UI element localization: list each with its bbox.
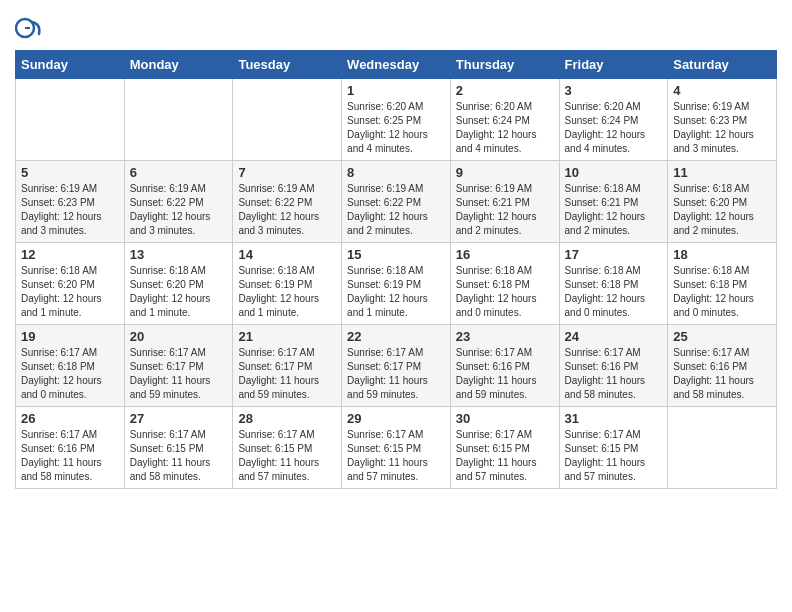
logo-icon <box>15 14 43 42</box>
day-number: 3 <box>565 83 663 98</box>
calendar-week-row: 19Sunrise: 6:17 AMSunset: 6:18 PMDayligh… <box>16 325 777 407</box>
calendar-cell: 16Sunrise: 6:18 AMSunset: 6:18 PMDayligh… <box>450 243 559 325</box>
day-info: Sunrise: 6:17 AMSunset: 6:15 PMDaylight:… <box>347 428 445 484</box>
day-number: 15 <box>347 247 445 262</box>
calendar-week-row: 26Sunrise: 6:17 AMSunset: 6:16 PMDayligh… <box>16 407 777 489</box>
calendar-cell: 3Sunrise: 6:20 AMSunset: 6:24 PMDaylight… <box>559 79 668 161</box>
calendar-cell: 27Sunrise: 6:17 AMSunset: 6:15 PMDayligh… <box>124 407 233 489</box>
day-info: Sunrise: 6:17 AMSunset: 6:16 PMDaylight:… <box>565 346 663 402</box>
calendar-cell: 17Sunrise: 6:18 AMSunset: 6:18 PMDayligh… <box>559 243 668 325</box>
day-info: Sunrise: 6:18 AMSunset: 6:20 PMDaylight:… <box>673 182 771 238</box>
day-info: Sunrise: 6:18 AMSunset: 6:19 PMDaylight:… <box>347 264 445 320</box>
day-info: Sunrise: 6:17 AMSunset: 6:18 PMDaylight:… <box>21 346 119 402</box>
calendar-table: SundayMondayTuesdayWednesdayThursdayFrid… <box>15 50 777 489</box>
calendar-cell: 30Sunrise: 6:17 AMSunset: 6:15 PMDayligh… <box>450 407 559 489</box>
day-number: 5 <box>21 165 119 180</box>
day-info: Sunrise: 6:20 AMSunset: 6:24 PMDaylight:… <box>456 100 554 156</box>
day-info: Sunrise: 6:17 AMSunset: 6:15 PMDaylight:… <box>456 428 554 484</box>
calendar-cell: 28Sunrise: 6:17 AMSunset: 6:15 PMDayligh… <box>233 407 342 489</box>
calendar-cell <box>124 79 233 161</box>
day-number: 26 <box>21 411 119 426</box>
day-number: 25 <box>673 329 771 344</box>
day-info: Sunrise: 6:20 AMSunset: 6:24 PMDaylight:… <box>565 100 663 156</box>
calendar-cell: 24Sunrise: 6:17 AMSunset: 6:16 PMDayligh… <box>559 325 668 407</box>
day-number: 9 <box>456 165 554 180</box>
weekday-header-thursday: Thursday <box>450 51 559 79</box>
calendar-week-row: 12Sunrise: 6:18 AMSunset: 6:20 PMDayligh… <box>16 243 777 325</box>
day-number: 14 <box>238 247 336 262</box>
day-number: 20 <box>130 329 228 344</box>
day-number: 6 <box>130 165 228 180</box>
header <box>15 10 777 42</box>
calendar-week-row: 1Sunrise: 6:20 AMSunset: 6:25 PMDaylight… <box>16 79 777 161</box>
day-info: Sunrise: 6:17 AMSunset: 6:16 PMDaylight:… <box>456 346 554 402</box>
weekday-header-friday: Friday <box>559 51 668 79</box>
day-info: Sunrise: 6:20 AMSunset: 6:25 PMDaylight:… <box>347 100 445 156</box>
calendar-cell: 5Sunrise: 6:19 AMSunset: 6:23 PMDaylight… <box>16 161 125 243</box>
calendar-cell: 15Sunrise: 6:18 AMSunset: 6:19 PMDayligh… <box>342 243 451 325</box>
day-number: 23 <box>456 329 554 344</box>
calendar-cell: 13Sunrise: 6:18 AMSunset: 6:20 PMDayligh… <box>124 243 233 325</box>
day-number: 4 <box>673 83 771 98</box>
day-info: Sunrise: 6:17 AMSunset: 6:16 PMDaylight:… <box>673 346 771 402</box>
calendar-cell: 23Sunrise: 6:17 AMSunset: 6:16 PMDayligh… <box>450 325 559 407</box>
calendar-cell: 14Sunrise: 6:18 AMSunset: 6:19 PMDayligh… <box>233 243 342 325</box>
day-number: 12 <box>21 247 119 262</box>
day-number: 16 <box>456 247 554 262</box>
day-number: 27 <box>130 411 228 426</box>
day-info: Sunrise: 6:19 AMSunset: 6:23 PMDaylight:… <box>673 100 771 156</box>
weekday-header-sunday: Sunday <box>16 51 125 79</box>
day-number: 24 <box>565 329 663 344</box>
day-info: Sunrise: 6:17 AMSunset: 6:17 PMDaylight:… <box>347 346 445 402</box>
calendar-cell <box>668 407 777 489</box>
day-info: Sunrise: 6:19 AMSunset: 6:22 PMDaylight:… <box>238 182 336 238</box>
day-info: Sunrise: 6:17 AMSunset: 6:16 PMDaylight:… <box>21 428 119 484</box>
day-info: Sunrise: 6:17 AMSunset: 6:15 PMDaylight:… <box>130 428 228 484</box>
page: SundayMondayTuesdayWednesdayThursdayFrid… <box>0 0 792 612</box>
weekday-header-wednesday: Wednesday <box>342 51 451 79</box>
day-info: Sunrise: 6:19 AMSunset: 6:21 PMDaylight:… <box>456 182 554 238</box>
day-number: 30 <box>456 411 554 426</box>
calendar-cell: 26Sunrise: 6:17 AMSunset: 6:16 PMDayligh… <box>16 407 125 489</box>
day-info: Sunrise: 6:18 AMSunset: 6:20 PMDaylight:… <box>21 264 119 320</box>
day-number: 7 <box>238 165 336 180</box>
calendar-cell: 20Sunrise: 6:17 AMSunset: 6:17 PMDayligh… <box>124 325 233 407</box>
calendar-cell: 7Sunrise: 6:19 AMSunset: 6:22 PMDaylight… <box>233 161 342 243</box>
day-info: Sunrise: 6:17 AMSunset: 6:17 PMDaylight:… <box>238 346 336 402</box>
day-number: 29 <box>347 411 445 426</box>
calendar-cell <box>233 79 342 161</box>
day-info: Sunrise: 6:18 AMSunset: 6:19 PMDaylight:… <box>238 264 336 320</box>
calendar-cell: 10Sunrise: 6:18 AMSunset: 6:21 PMDayligh… <box>559 161 668 243</box>
calendar-cell: 29Sunrise: 6:17 AMSunset: 6:15 PMDayligh… <box>342 407 451 489</box>
day-info: Sunrise: 6:18 AMSunset: 6:18 PMDaylight:… <box>673 264 771 320</box>
calendar-cell: 21Sunrise: 6:17 AMSunset: 6:17 PMDayligh… <box>233 325 342 407</box>
day-number: 2 <box>456 83 554 98</box>
day-info: Sunrise: 6:19 AMSunset: 6:22 PMDaylight:… <box>347 182 445 238</box>
day-number: 11 <box>673 165 771 180</box>
logo <box>15 14 47 42</box>
calendar-cell: 19Sunrise: 6:17 AMSunset: 6:18 PMDayligh… <box>16 325 125 407</box>
day-number: 31 <box>565 411 663 426</box>
calendar-cell: 18Sunrise: 6:18 AMSunset: 6:18 PMDayligh… <box>668 243 777 325</box>
calendar-cell: 6Sunrise: 6:19 AMSunset: 6:22 PMDaylight… <box>124 161 233 243</box>
day-info: Sunrise: 6:17 AMSunset: 6:15 PMDaylight:… <box>565 428 663 484</box>
day-number: 8 <box>347 165 445 180</box>
calendar-cell <box>16 79 125 161</box>
weekday-header-tuesday: Tuesday <box>233 51 342 79</box>
day-number: 21 <box>238 329 336 344</box>
calendar-cell: 1Sunrise: 6:20 AMSunset: 6:25 PMDaylight… <box>342 79 451 161</box>
calendar-cell: 25Sunrise: 6:17 AMSunset: 6:16 PMDayligh… <box>668 325 777 407</box>
day-number: 13 <box>130 247 228 262</box>
weekday-header-saturday: Saturday <box>668 51 777 79</box>
day-number: 22 <box>347 329 445 344</box>
weekday-header-row: SundayMondayTuesdayWednesdayThursdayFrid… <box>16 51 777 79</box>
day-info: Sunrise: 6:17 AMSunset: 6:15 PMDaylight:… <box>238 428 336 484</box>
day-info: Sunrise: 6:19 AMSunset: 6:22 PMDaylight:… <box>130 182 228 238</box>
calendar-cell: 11Sunrise: 6:18 AMSunset: 6:20 PMDayligh… <box>668 161 777 243</box>
calendar-cell: 2Sunrise: 6:20 AMSunset: 6:24 PMDaylight… <box>450 79 559 161</box>
day-number: 17 <box>565 247 663 262</box>
day-info: Sunrise: 6:17 AMSunset: 6:17 PMDaylight:… <box>130 346 228 402</box>
calendar-cell: 8Sunrise: 6:19 AMSunset: 6:22 PMDaylight… <box>342 161 451 243</box>
day-info: Sunrise: 6:18 AMSunset: 6:18 PMDaylight:… <box>565 264 663 320</box>
day-number: 10 <box>565 165 663 180</box>
